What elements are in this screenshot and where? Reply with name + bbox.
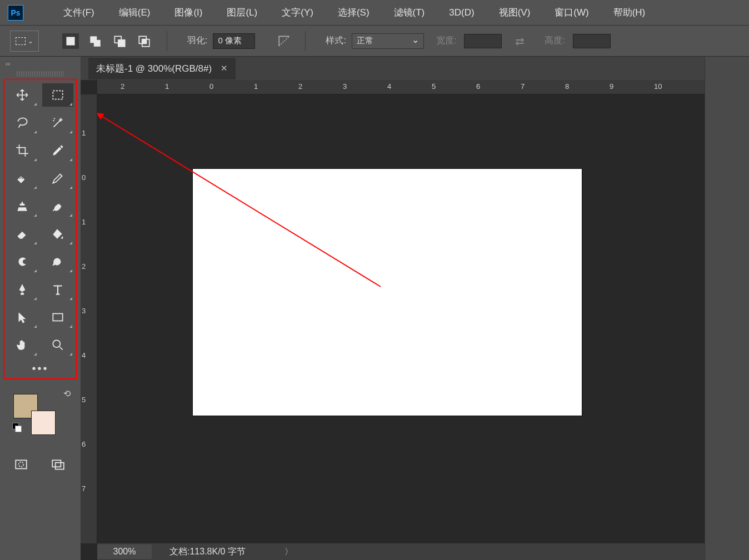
tab-title: 未标题-1 @ 300%(RGB/8#) (96, 62, 212, 75)
feather-label: 羽化: (187, 35, 207, 47)
svg-point-11 (21, 177, 22, 178)
svg-rect-0 (66, 37, 74, 45)
ruler-tick: 3 (82, 307, 86, 315)
menu-type[interactable]: 文字(Y) (269, 6, 326, 19)
ruler-tick: 5 (432, 82, 436, 91)
tab-bar: 未标题-1 @ 300%(RGB/8#) ✕ (81, 57, 705, 80)
panel-grip[interactable] (17, 71, 64, 77)
ruler-tick: 2 (121, 82, 124, 91)
menu-view[interactable]: 视图(V) (487, 6, 543, 19)
antialias-icon[interactable] (277, 34, 292, 48)
eraser-tool[interactable] (7, 222, 38, 246)
zoom-tool[interactable] (42, 333, 73, 357)
menu-edit[interactable]: 编辑(E) (107, 6, 163, 19)
tab-close-icon[interactable]: ✕ (221, 63, 228, 73)
ruler-tick: 0 (209, 82, 213, 91)
selection-subtract-button[interactable] (111, 33, 128, 49)
chevron-down-icon: ⌄ (28, 37, 33, 45)
style-select[interactable]: 正常 (352, 33, 424, 49)
menu-3d[interactable]: 3D(D) (437, 7, 486, 18)
swap-colors-icon[interactable]: ⟲ (63, 388, 71, 399)
ruler-tick: 1 (82, 218, 86, 226)
doc-info-menu-icon[interactable]: 〉 (284, 547, 293, 557)
svg-rect-15 (16, 460, 27, 468)
width-label: 宽度: (436, 35, 456, 47)
svg-rect-18 (56, 463, 64, 469)
lasso-tool[interactable] (7, 111, 38, 134)
ruler-tick: 0 (82, 173, 86, 182)
canvas-viewport[interactable] (97, 94, 705, 543)
dodge-tool[interactable] (42, 250, 73, 273)
ruler-tick: 1 (82, 129, 86, 137)
svg-point-14 (53, 340, 60, 347)
healing-brush-tool[interactable] (7, 167, 38, 190)
ruler-vertical[interactable]: 1 0 1 2 3 4 5 6 7 (81, 94, 97, 543)
quick-mask-button[interactable] (11, 456, 31, 473)
ruler-tick: 7 (82, 484, 86, 493)
crop-tool[interactable] (7, 139, 38, 162)
ruler-tick: 8 (565, 82, 569, 91)
history-brush-tool[interactable] (42, 194, 73, 218)
svg-point-9 (19, 178, 21, 179)
swap-wh-icon: ⇄ (515, 34, 525, 48)
doc-info[interactable]: 文档:113.8K/0 字节 (169, 546, 246, 558)
selection-add-button[interactable] (87, 33, 103, 49)
screen-mode-button[interactable] (48, 456, 68, 473)
menu-help[interactable]: 帮助(H) (601, 6, 658, 19)
path-selection-tool[interactable] (7, 306, 38, 329)
ruler-tick: 6 (82, 440, 86, 448)
right-panels[interactable] (705, 57, 749, 560)
collapse-toggle[interactable]: ‹‹ (0, 57, 81, 70)
svg-rect-13 (53, 314, 62, 321)
ruler-tick: 10 (654, 82, 662, 91)
pen-tool[interactable] (7, 278, 38, 301)
ruler-tick: 7 (521, 82, 525, 91)
document-area: 未标题-1 @ 300%(RGB/8#) ✕ 2 1 0 1 2 3 4 5 6… (81, 57, 705, 560)
ruler-tick: 4 (387, 82, 391, 91)
default-colors-icon[interactable] (12, 423, 21, 432)
magic-wand-tool[interactable] (42, 111, 73, 134)
background-color[interactable] (31, 411, 56, 435)
type-tool[interactable] (42, 278, 73, 301)
separator (305, 31, 306, 51)
document-tab[interactable]: 未标题-1 @ 300%(RGB/8#) ✕ (88, 58, 236, 79)
menu-bar: Ps 文件(F) 编辑(E) 图像(I) 图层(L) 文字(Y) 选择(S) 滤… (0, 0, 749, 26)
left-column: ‹‹ ••• ⟲ (0, 57, 81, 560)
menu-image[interactable]: 图像(I) (162, 6, 214, 19)
canvas[interactable] (193, 169, 582, 416)
menu-file[interactable]: 文件(F) (51, 6, 107, 19)
separator (167, 31, 167, 51)
selection-new-button[interactable] (62, 33, 79, 49)
pencil-tool[interactable] (42, 167, 73, 190)
toolbox: ••• (3, 79, 77, 379)
svg-rect-8 (53, 91, 62, 99)
status-bar: 300% 文档:113.8K/0 字节 〉 (97, 543, 705, 560)
menu-filter[interactable]: 滤镜(T) (382, 6, 437, 19)
selection-intersect-button[interactable] (136, 33, 152, 49)
smudge-tool[interactable] (7, 250, 38, 273)
marquee-icon (16, 37, 26, 45)
tool-preset-button[interactable]: ⌄ (10, 31, 39, 52)
rectangle-shape-tool[interactable] (42, 306, 73, 329)
ruler-horizontal[interactable]: 2 1 0 1 2 3 4 5 6 7 8 9 10 (97, 80, 705, 94)
marquee-tool[interactable] (42, 83, 73, 107)
height-label: 高度: (545, 35, 565, 47)
clone-stamp-tool[interactable] (7, 194, 38, 218)
style-label: 样式: (326, 35, 346, 47)
eyedropper-tool[interactable] (42, 139, 73, 162)
menu-select[interactable]: 选择(S) (326, 6, 382, 19)
ruler-tick: 9 (610, 82, 613, 91)
zoom-level[interactable]: 300% (97, 544, 152, 559)
svg-rect-4 (118, 39, 125, 46)
height-input (573, 34, 611, 48)
feather-input[interactable] (213, 33, 255, 49)
ruler-tick: 5 (82, 396, 86, 404)
menu-layer[interactable]: 图层(L) (214, 6, 269, 19)
more-tools-icon[interactable]: ••• (7, 361, 74, 375)
menu-window[interactable]: 窗口(W) (542, 6, 601, 19)
hand-tool[interactable] (7, 333, 38, 357)
color-swatch-area: ⟲ (0, 391, 81, 446)
svg-marker-12 (19, 312, 26, 323)
paint-bucket-tool[interactable] (42, 222, 73, 246)
move-tool[interactable] (7, 83, 38, 107)
